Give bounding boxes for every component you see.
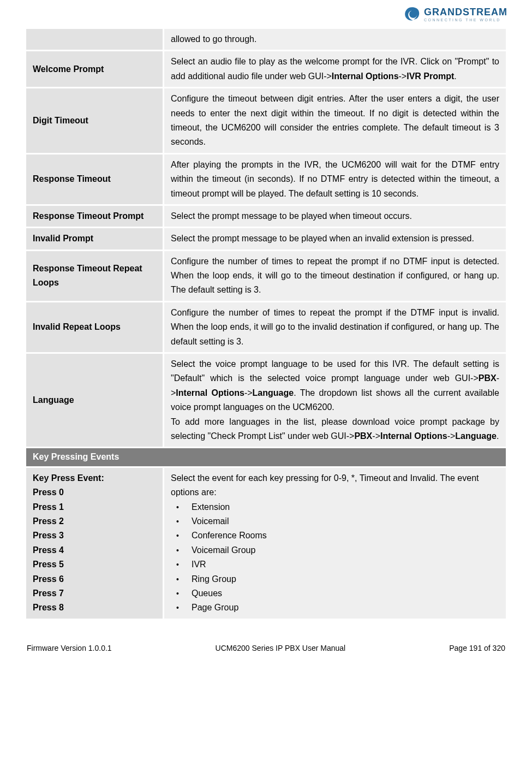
desc-bold: PBX	[479, 373, 497, 383]
page-footer: Firmware Version 1.0.0.1 UCM6200 Series …	[25, 642, 507, 655]
table-row: Key Press Event: Press 0 Press 1 Press 2…	[26, 468, 506, 619]
keypress-item: Press 4	[33, 543, 156, 557]
desc-bold: Internal Options	[332, 72, 399, 81]
desc-text: ->	[372, 431, 380, 441]
param-desc: Configure the number of times to repeat …	[164, 251, 506, 301]
list-item: Ring Group	[176, 572, 499, 586]
keypress-item: Press 2	[33, 514, 156, 528]
table-row: Response Timeout Prompt Select the promp…	[26, 206, 506, 227]
footer-firmware: Firmware Version 1.0.0.1	[27, 642, 112, 655]
table-row: Digit Timeout Configure the timeout betw…	[26, 88, 506, 153]
table-row: Response Timeout Repeat Loops Configure …	[26, 251, 506, 301]
desc-bold: PBX	[354, 431, 372, 441]
param-label: Response Timeout Repeat Loops	[26, 251, 163, 301]
section-header: Key Pressing Events	[26, 448, 506, 466]
param-desc: Configure the number of times to repeat …	[164, 302, 506, 352]
keypress-label-cell: Key Press Event: Press 0 Press 1 Press 2…	[26, 468, 163, 619]
keypress-options-list: Extension Voicemail Conference Rooms Voi…	[171, 500, 499, 615]
brand-name: GRANDSTREAM	[424, 7, 507, 17]
desc-bold: Internal Options	[176, 388, 244, 397]
keypress-intro: Select the event for each key pressing f…	[171, 471, 499, 500]
param-desc: Select the prompt message to be played w…	[164, 228, 506, 249]
list-item: Extension	[176, 500, 499, 514]
table-row: Response Timeout After playing the promp…	[26, 155, 506, 204]
brand-tagline: CONNECTING THE WORLD	[424, 18, 507, 22]
desc-bold: IVR Prompt	[407, 72, 454, 81]
desc-text: ->	[399, 72, 407, 81]
desc-text: .	[497, 431, 499, 441]
param-label: Language	[26, 354, 163, 447]
grandstream-swirl-icon	[403, 5, 421, 23]
param-label: Response Timeout Prompt	[26, 206, 163, 227]
param-label: Welcome Prompt	[26, 51, 163, 87]
footer-title: UCM6200 Series IP PBX User Manual	[216, 642, 346, 655]
keypress-heading: Key Press Event:	[33, 471, 156, 485]
desc-bold: Internal Options	[380, 431, 447, 441]
table-row: Invalid Repeat Loops Configure the numbe…	[26, 302, 506, 352]
table-row: Invalid Prompt Select the prompt message…	[26, 228, 506, 249]
list-item: Page Group	[176, 601, 499, 615]
table-row: Welcome Prompt Select an audio file to p…	[26, 51, 506, 87]
page-header: GRANDSTREAM CONNECTING THE WORLD	[25, 5, 507, 27]
parameters-table: allowed to go through. Welcome Prompt Se…	[25, 27, 507, 620]
list-item: Voicemail	[176, 514, 499, 528]
table-row: Language Select the voice prompt languag…	[26, 354, 506, 447]
keypress-item: Press 5	[33, 557, 156, 572]
list-item: IVR	[176, 557, 499, 572]
param-label-empty	[26, 29, 163, 50]
param-label: Invalid Prompt	[26, 228, 163, 249]
brand-text: GRANDSTREAM CONNECTING THE WORLD	[424, 7, 507, 22]
footer-page: Page 191 of 320	[449, 642, 505, 655]
table-row: allowed to go through.	[26, 29, 506, 50]
param-label: Response Timeout	[26, 155, 163, 204]
keypress-item: Press 1	[33, 500, 156, 514]
table-section-row: Key Pressing Events	[26, 448, 506, 466]
param-desc: Select the prompt message to be played w…	[164, 206, 506, 227]
keypress-item: Press 8	[33, 601, 156, 615]
desc-text: .	[454, 72, 456, 81]
param-desc: After playing the prompts in the IVR, th…	[164, 155, 506, 204]
list-item: Conference Rooms	[176, 528, 499, 543]
param-desc: Select the voice prompt language to be u…	[164, 354, 506, 447]
keypress-item: Press 0	[33, 485, 156, 500]
param-desc: Configure the timeout between digit entr…	[164, 88, 506, 153]
desc-bold: Language	[455, 431, 497, 441]
desc-text: Select the voice prompt language to be u…	[171, 359, 499, 383]
keypress-item: Press 6	[33, 572, 156, 586]
param-label: Invalid Repeat Loops	[26, 302, 163, 352]
keypress-item: Press 7	[33, 586, 156, 601]
list-item: Voicemail Group	[176, 543, 499, 557]
keypress-item: Press 3	[33, 528, 156, 543]
desc-text: ->	[244, 388, 253, 397]
param-desc: allowed to go through.	[164, 29, 506, 50]
brand-logo: GRANDSTREAM CONNECTING THE WORLD	[403, 5, 507, 23]
list-item: Queues	[176, 586, 499, 601]
keypress-desc-cell: Select the event for each key pressing f…	[164, 468, 506, 619]
param-desc: Select an audio file to play as the welc…	[164, 51, 506, 87]
desc-text: ->	[447, 431, 456, 441]
param-label: Digit Timeout	[26, 88, 163, 153]
desc-bold: Language	[253, 388, 294, 397]
